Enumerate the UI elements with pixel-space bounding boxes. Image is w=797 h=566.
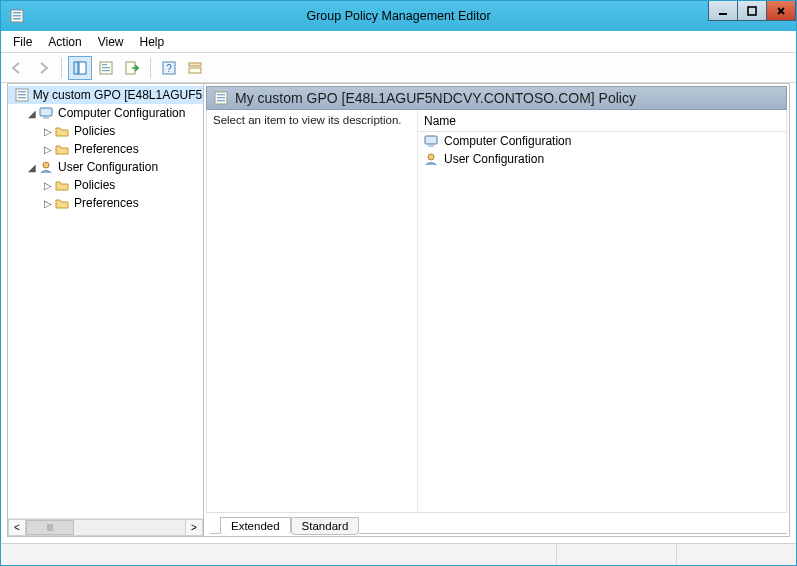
user-icon: [38, 159, 54, 175]
list-rows: Computer Configuration User Configuratio…: [418, 132, 786, 512]
result-header-title: My custom GPO [E48L1AGUF5NDCVY.CONTOSO.C…: [235, 90, 636, 106]
column-header-name[interactable]: Name: [418, 110, 786, 132]
svg-rect-24: [43, 117, 49, 119]
statusbar: [1, 543, 796, 565]
svg-rect-3: [13, 18, 21, 20]
svg-rect-31: [428, 145, 434, 147]
tree-label: Policies: [74, 178, 115, 192]
window-title: Group Policy Management Editor: [1, 9, 796, 23]
show-tree-button[interactable]: [68, 56, 92, 80]
description-hint: Select an item to view its description.: [213, 114, 402, 126]
svg-rect-20: [18, 91, 26, 92]
svg-rect-17: [189, 63, 201, 66]
collapse-twisty-icon[interactable]: ◢: [26, 162, 38, 173]
expand-twisty-icon[interactable]: ▷: [42, 180, 54, 191]
window-controls: [709, 1, 796, 21]
tree-label: Preferences: [74, 142, 139, 156]
svg-rect-29: [217, 100, 225, 101]
toolbar-separator: [150, 58, 151, 78]
filter-button[interactable]: [183, 56, 207, 80]
tab-label: Standard: [302, 520, 349, 532]
console-tree[interactable]: My custom GPO [E48L1AGUF5N ◢ Computer Co…: [8, 84, 203, 518]
titlebar: Group Policy Management Editor: [1, 1, 796, 31]
tab-filler: [359, 514, 787, 534]
scroll-thumb[interactable]: lll: [26, 520, 74, 535]
policy-doc-icon: [213, 90, 229, 106]
tree-pane: My custom GPO [E48L1AGUF5N ◢ Computer Co…: [8, 84, 204, 536]
tree-user-preferences[interactable]: ▷ Preferences: [8, 194, 203, 212]
minimize-button[interactable]: [708, 1, 738, 21]
close-button[interactable]: [766, 1, 796, 21]
view-tabs: Extended Standard: [206, 512, 787, 534]
help-button[interactable]: ?: [157, 56, 181, 80]
tree-horizontal-scrollbar[interactable]: < lll >: [8, 518, 203, 536]
statusbar-cell-3: [676, 544, 796, 565]
scroll-left-icon[interactable]: <: [8, 519, 26, 536]
svg-rect-12: [102, 67, 110, 68]
properties-button[interactable]: [94, 56, 118, 80]
export-list-button[interactable]: [120, 56, 144, 80]
svg-text:?: ?: [166, 63, 172, 74]
tree-user-config[interactable]: ◢ User Configuration: [8, 158, 203, 176]
computer-icon: [424, 133, 440, 149]
svg-rect-28: [217, 97, 225, 98]
scroll-right-icon[interactable]: >: [185, 519, 203, 536]
svg-rect-8: [74, 62, 78, 74]
user-icon: [424, 151, 440, 167]
menu-file[interactable]: File: [5, 33, 40, 51]
toolbar: ?: [1, 53, 796, 83]
svg-rect-9: [79, 62, 86, 74]
policy-doc-icon: [15, 87, 29, 103]
tab-standard[interactable]: Standard: [291, 517, 360, 535]
toolbar-separator: [61, 58, 62, 78]
tab-label: Extended: [231, 520, 280, 532]
tree-computer-preferences[interactable]: ▷ Preferences: [8, 140, 203, 158]
menu-help[interactable]: Help: [132, 33, 173, 51]
tree-computer-config[interactable]: ◢ Computer Configuration: [8, 104, 203, 122]
folder-icon: [54, 141, 70, 157]
list-item-label: User Configuration: [444, 152, 544, 166]
tab-extended[interactable]: Extended: [220, 517, 291, 535]
expand-twisty-icon[interactable]: ▷: [42, 144, 54, 155]
scroll-track[interactable]: lll: [26, 519, 185, 536]
menu-action[interactable]: Action: [40, 33, 89, 51]
list-item-computer-config[interactable]: Computer Configuration: [418, 132, 786, 150]
tree-user-policies[interactable]: ▷ Policies: [8, 176, 203, 194]
tab-spacer: [210, 514, 220, 534]
app-icon: [9, 8, 25, 24]
nav-forward-button[interactable]: [31, 56, 55, 80]
menu-view[interactable]: View: [90, 33, 132, 51]
svg-rect-2: [13, 15, 21, 17]
result-body: Select an item to view its description. …: [206, 110, 787, 512]
description-column: Select an item to view its description.: [207, 110, 417, 512]
tree-label: User Configuration: [58, 160, 158, 174]
tree-root-gpo[interactable]: My custom GPO [E48L1AGUF5N: [8, 86, 203, 104]
svg-rect-1: [13, 12, 21, 14]
svg-rect-18: [189, 68, 201, 73]
tree-root-label: My custom GPO [E48L1AGUF5N: [33, 88, 203, 102]
collapse-twisty-icon[interactable]: ◢: [26, 108, 38, 119]
svg-rect-22: [18, 97, 26, 98]
tree-label: Preferences: [74, 196, 139, 210]
svg-rect-27: [217, 94, 225, 95]
maximize-button[interactable]: [737, 1, 767, 21]
svg-rect-5: [748, 7, 756, 15]
folder-icon: [54, 195, 70, 211]
tree-computer-policies[interactable]: ▷ Policies: [8, 122, 203, 140]
list-column: Name Computer Configuration: [417, 110, 786, 512]
expand-twisty-icon[interactable]: ▷: [42, 198, 54, 209]
nav-back-button[interactable]: [5, 56, 29, 80]
tree-label: Computer Configuration: [58, 106, 185, 120]
svg-rect-21: [18, 94, 26, 95]
statusbar-cell-2: [556, 544, 676, 565]
expand-twisty-icon[interactable]: ▷: [42, 126, 54, 137]
list-item-user-config[interactable]: User Configuration: [418, 150, 786, 168]
tree-label: Policies: [74, 124, 115, 138]
result-header: My custom GPO [E48L1AGUF5NDCVY.CONTOSO.C…: [206, 86, 787, 110]
gpme-window: Group Policy Management Editor File Acti…: [0, 0, 797, 566]
folder-icon: [54, 177, 70, 193]
svg-point-32: [428, 154, 434, 160]
svg-rect-4: [719, 13, 727, 15]
result-pane: My custom GPO [E48L1AGUF5NDCVY.CONTOSO.C…: [204, 84, 789, 536]
column-header-label: Name: [424, 114, 456, 128]
